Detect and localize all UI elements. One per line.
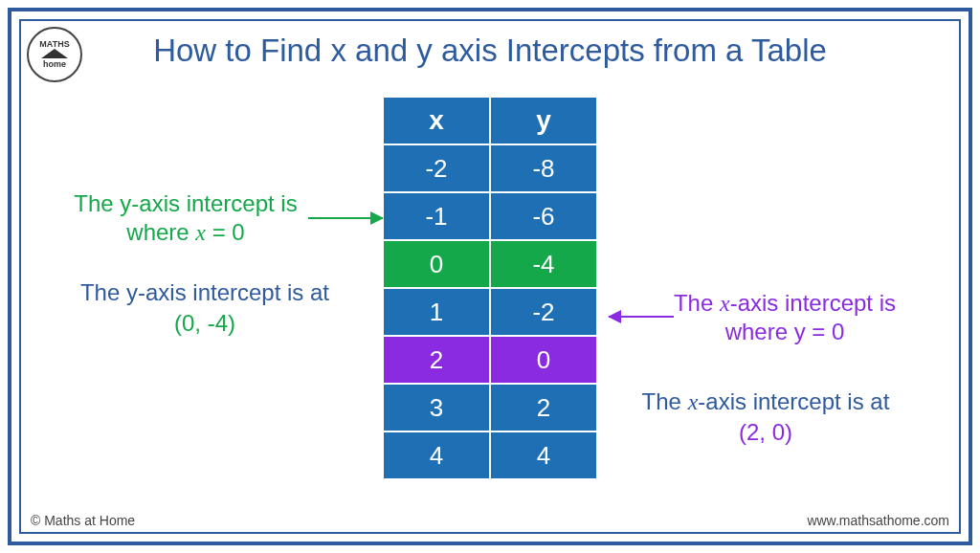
text: = 0 — [206, 219, 245, 245]
page-title: How to Find x and y axis Intercepts from… — [21, 33, 959, 69]
cell-y: -2 — [491, 289, 596, 335]
cell-y: -6 — [491, 193, 596, 239]
text: -axis intercept is where y = 0 — [725, 290, 896, 344]
table-row: 4 4 — [384, 432, 596, 478]
cell-x: 4 — [384, 432, 489, 478]
arrow-purple-icon — [609, 316, 674, 318]
cell-x: 3 — [384, 385, 489, 431]
x-intercept-rule: The x-axis intercept is where y = 0 — [651, 289, 919, 346]
cell-x: 1 — [384, 289, 489, 335]
outer-frame: MATHS home How to Find x and y axis Inte… — [8, 8, 972, 545]
text: The y-axis intercept is at — [80, 279, 329, 305]
xy-table: x y -2 -8 -1 -6 0 -4 — [382, 96, 598, 480]
math-x: x — [195, 220, 206, 245]
col-header-y: y — [491, 98, 596, 144]
math-x: x — [688, 389, 699, 414]
inner-frame: MATHS home How to Find x and y axis Inte… — [19, 19, 961, 534]
table-row: -2 -8 — [384, 145, 596, 191]
cell-x: -1 — [384, 193, 489, 239]
cell-y: -8 — [491, 145, 596, 191]
y-intercept-result: The y-axis intercept is at (0, -4) — [61, 277, 348, 340]
cell-y: 0 — [491, 337, 596, 383]
cell-x: 2 — [384, 337, 489, 383]
cell-y: 2 — [491, 385, 596, 431]
y-intercept-rule: The y-axis intercept is where x = 0 — [61, 189, 310, 247]
table-header-row: x y — [384, 98, 596, 144]
text: The — [642, 388, 688, 414]
x-intercept-coord: (2, 0) — [739, 419, 792, 445]
text: -axis intercept is at — [698, 388, 889, 414]
cell-x: -2 — [384, 145, 489, 191]
cell-y: -4 — [491, 241, 596, 287]
cell-y: 4 — [491, 432, 596, 478]
site-url: www.mathsathome.com — [807, 513, 949, 528]
y-intercept-coord: (0, -4) — [174, 310, 235, 336]
table-row: 3 2 — [384, 385, 596, 431]
text: The — [674, 290, 720, 316]
table-row-y-intercept: 0 -4 — [384, 241, 596, 287]
x-intercept-result: The x-axis intercept is at (2, 0) — [612, 387, 919, 449]
math-x: x — [720, 291, 730, 316]
table-row: 1 -2 — [384, 289, 596, 335]
copyright: © Maths at Home — [31, 513, 135, 528]
col-header-x: x — [384, 98, 489, 144]
table-row: -1 -6 — [384, 193, 596, 239]
arrow-green-icon — [308, 217, 383, 219]
cell-x: 0 — [384, 241, 489, 287]
table-row-x-intercept: 2 0 — [384, 337, 596, 383]
text: The y-axis intercept is where — [74, 190, 297, 245]
